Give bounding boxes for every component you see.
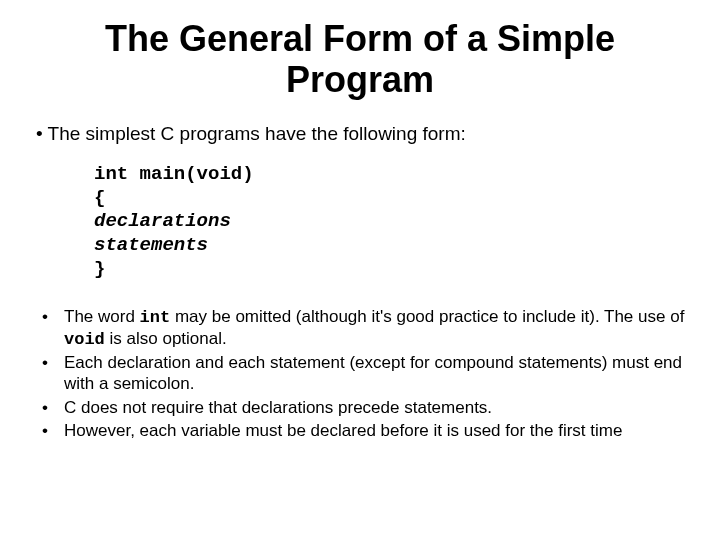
bullet-dot: • [42,397,64,418]
code-line-4: statements [94,234,690,258]
keyword-void: void [64,330,105,349]
keyword-int: int [140,308,171,327]
code-line-1: int main(void) [94,163,690,187]
text-segment: may be omitted (although it's good pract… [170,307,684,326]
bullet-dot: • [42,352,64,395]
bullet-dot: • [42,420,64,441]
code-line-3: declarations [94,210,690,234]
intro-line: The simplest C programs have the followi… [36,123,690,145]
list-item-text: Each declaration and each statement (exc… [64,352,690,395]
list-item-text: The word int may be omitted (although it… [64,306,690,351]
list-item: • The word int may be omitted (although … [42,306,690,351]
slide-title: The General Form of a Simple Program [30,18,690,101]
list-item-text: C does not require that declarations pre… [64,397,690,418]
code-block: int main(void) { declarations statements… [94,163,690,282]
code-line-5: } [94,258,690,282]
list-item: • However, each variable must be declare… [42,420,690,441]
text-segment: The word [64,307,140,326]
text-segment: is also optional. [105,329,227,348]
list-item: • C does not require that declarations p… [42,397,690,418]
list-item: • Each declaration and each statement (e… [42,352,690,395]
bullet-list: • The word int may be omitted (although … [42,306,690,442]
bullet-dot: • [42,306,64,351]
list-item-text: However, each variable must be declared … [64,420,690,441]
code-line-2: { [94,187,690,211]
